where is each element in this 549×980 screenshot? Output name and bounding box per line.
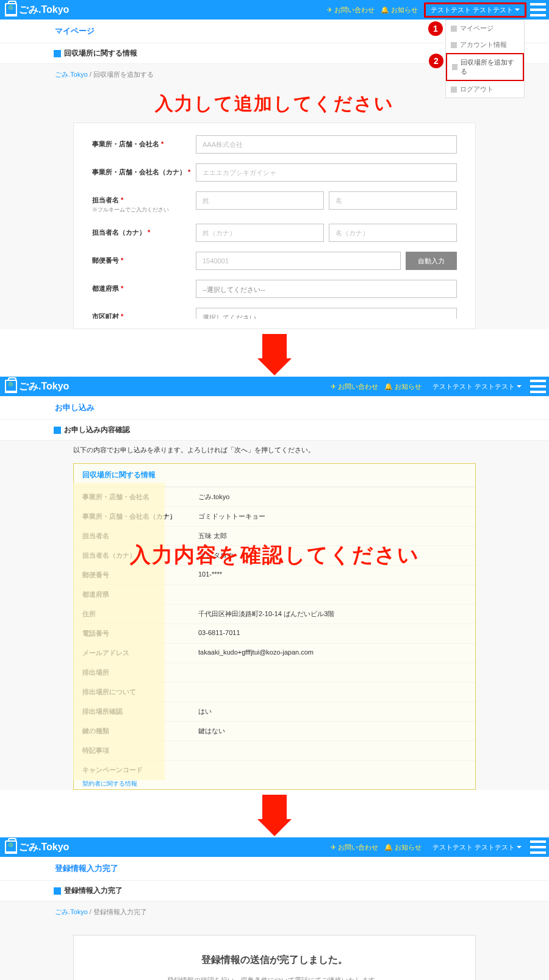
list-icon xyxy=(54,427,61,434)
trash-icon xyxy=(5,840,17,854)
top-header-2: ごみ.Tokyo ✈ お問い合わせ 🔔 お知らせ テストテスト テストテスト xyxy=(0,377,549,396)
confirm-panel: 回収場所に関する情報 事業所・店舗・会社名ごみ.tokyo 事業所・店舗・会社名… xyxy=(73,463,476,790)
user-icon xyxy=(451,42,457,48)
trash-icon xyxy=(5,380,17,393)
top-header: ごみ.Tokyo ✈ お問い合わせ 🔔 お知らせ テストテスト テストテスト xyxy=(0,0,549,20)
breadcrumb-home[interactable]: ごみ.Tokyo xyxy=(55,908,88,915)
dropdown-logout[interactable]: ログアウト xyxy=(446,81,524,98)
lastname-input[interactable] xyxy=(196,191,324,210)
company-input[interactable] xyxy=(196,135,457,154)
brand-logo[interactable]: ごみ.Tokyo xyxy=(5,3,69,16)
page-title: 登録情報入力完了 xyxy=(0,857,549,881)
chevron-down-icon xyxy=(517,846,522,851)
down-arrow-icon xyxy=(262,795,287,819)
grid-icon xyxy=(451,26,457,32)
dropdown-account[interactable]: アカウント情報 xyxy=(446,37,524,53)
city-select[interactable]: 選択してください xyxy=(196,308,457,319)
user-dropdown: マイページ アカウント情報 回収場所を追加する ログアウト xyxy=(445,20,525,98)
chevron-down-icon xyxy=(515,9,520,13)
step-badge-1: 1 xyxy=(428,21,443,36)
bell-icon: 🔔 xyxy=(381,6,389,13)
pref-select[interactable]: --選択してください-- xyxy=(196,280,457,298)
down-arrow-icon xyxy=(262,334,287,358)
chevron-down-icon xyxy=(517,385,522,390)
confirm-note: 以下の内容でお申し込みを承ります。よろしければ「次へ」を押してください。 xyxy=(0,441,549,463)
postal-input[interactable] xyxy=(196,252,401,270)
completion-panel: 登録情報の送信が完了しました。 登録情報の確認を行い、収集条件について電話にてご… xyxy=(73,935,476,980)
firstname-input[interactable] xyxy=(329,191,457,210)
brand-text: ごみ.Tokyo xyxy=(19,4,69,16)
contact-link[interactable]: ✈ お問い合わせ xyxy=(327,5,375,15)
lastname-kana-input[interactable] xyxy=(196,224,324,242)
section-header: 登録情報入力完了 xyxy=(0,881,549,901)
hamburger-button[interactable] xyxy=(530,380,546,393)
truck-icon xyxy=(452,64,458,70)
notice-link[interactable]: 🔔 お知らせ xyxy=(384,843,422,852)
user-menu-trigger[interactable]: テストテスト テストテスト xyxy=(428,381,526,392)
hamburger-button[interactable] xyxy=(530,3,546,16)
marker-icon xyxy=(54,50,61,57)
contact-link[interactable]: ✈ お問い合わせ xyxy=(331,382,378,391)
next-section-link[interactable]: 契約者に関する情報 xyxy=(74,779,475,789)
confirm-panel-header: 回収場所に関する情報 xyxy=(74,464,475,487)
company-kana-input[interactable] xyxy=(196,163,457,182)
user-menu-trigger[interactable]: テストテスト テストテスト xyxy=(428,842,526,853)
notice-link[interactable]: 🔔 お知らせ xyxy=(384,382,422,391)
dropdown-add-location[interactable]: 回収場所を追加する xyxy=(446,53,524,81)
logout-icon xyxy=(451,87,457,93)
form-card: 事業所・店舗・会社名 * 事業所・店舗・会社名（カナ） * 担当者名 *※フルネ… xyxy=(73,122,476,329)
contact-link[interactable]: ✈ お問い合わせ xyxy=(331,843,378,852)
section-header: お申し込み内容確認 xyxy=(0,420,549,441)
step-badge-2: 2 xyxy=(429,54,443,68)
auto-fill-button[interactable]: 自動入力 xyxy=(406,252,457,270)
completion-heading: 登録情報の送信が完了しました。 xyxy=(86,954,463,967)
brand-logo[interactable]: ごみ.Tokyo xyxy=(5,380,69,393)
user-menu-trigger[interactable]: テストテスト テストテスト xyxy=(424,2,526,18)
brand-logo[interactable]: ごみ.Tokyo xyxy=(5,840,69,854)
check-icon xyxy=(54,887,61,895)
page-title: お申し込み xyxy=(0,396,549,420)
dropdown-mypage[interactable]: マイページ xyxy=(446,20,524,37)
notice-link[interactable]: 🔔 お知らせ xyxy=(381,5,418,15)
hamburger-button[interactable] xyxy=(530,840,546,854)
trash-icon xyxy=(5,3,17,16)
firstname-kana-input[interactable] xyxy=(329,224,457,242)
instruction-overlay-2: 入力内容を確認してください xyxy=(0,535,549,575)
breadcrumb-home[interactable]: ごみ.Tokyo xyxy=(55,71,88,78)
breadcrumb: ごみ.Tokyo / 登録情報入力完了 xyxy=(0,901,549,923)
paper-plane-icon: ✈ xyxy=(327,6,332,13)
completion-text-1: 登録情報の確認を行い、収集条件について電話にてご連絡いたします。 xyxy=(86,975,463,980)
top-header-3: ごみ.Tokyo ✈ お問い合わせ 🔔 お知らせ テストテスト テストテスト xyxy=(0,837,549,857)
